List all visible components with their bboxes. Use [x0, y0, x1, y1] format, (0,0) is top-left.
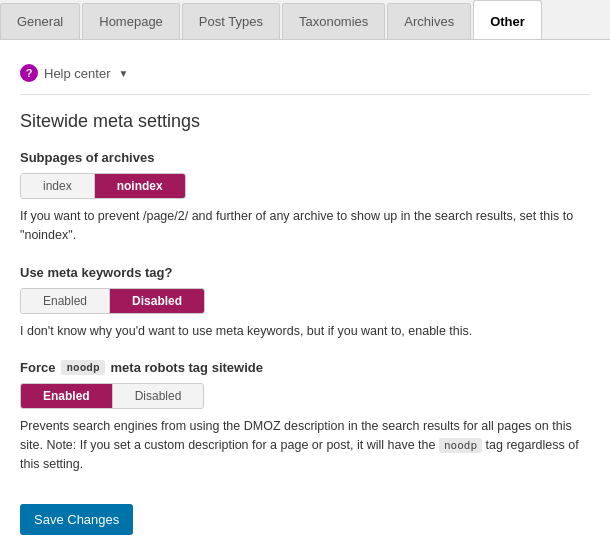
tab-archives[interactable]: Archives [387, 3, 471, 39]
page-title: Sitewide meta settings [20, 111, 590, 132]
meta-keywords-enabled-btn[interactable]: Enabled [21, 289, 110, 313]
force-noodp-label: Force noodp meta robots tag sitewide [20, 360, 590, 375]
subpages-description: If you want to prevent /page/2/ and furt… [20, 207, 590, 245]
meta-keywords-toggle-group: Enabled Disabled [20, 288, 205, 314]
tab-other[interactable]: Other [473, 0, 542, 39]
subpages-index-btn[interactable]: index [21, 174, 95, 198]
force-noodp-setting: Force noodp meta robots tag sitewide Ena… [20, 360, 590, 473]
force-noodp-prefix: Force [20, 360, 55, 375]
help-arrow-icon: ▼ [118, 68, 128, 79]
subpages-setting: Subpages of archives index noindex If yo… [20, 150, 590, 245]
subpages-label: Subpages of archives [20, 150, 590, 165]
meta-keywords-setting: Use meta keywords tag? Enabled Disabled … [20, 265, 590, 341]
save-button[interactable]: Save Changes [20, 504, 133, 535]
meta-keywords-disabled-btn[interactable]: Disabled [110, 289, 204, 313]
help-row: ? Help center ▼ [20, 56, 590, 95]
force-noodp-suffix: meta robots tag sitewide [111, 360, 263, 375]
meta-keywords-description: I don't know why you'd want to use meta … [20, 322, 590, 341]
subpages-noindex-btn[interactable]: noindex [95, 174, 185, 198]
noodp-code-tag: noodp [61, 360, 104, 375]
help-center-link[interactable]: Help center [44, 66, 110, 81]
help-icon: ? [20, 64, 38, 82]
noodp-code-tag-2: noodp [439, 438, 482, 453]
subpages-toggle-group: index noindex [20, 173, 186, 199]
force-noodp-disabled-btn[interactable]: Disabled [113, 384, 204, 408]
tab-homepage[interactable]: Homepage [82, 3, 180, 39]
meta-keywords-label: Use meta keywords tag? [20, 265, 590, 280]
tab-general[interactable]: General [0, 3, 80, 39]
force-noodp-toggle-group: Enabled Disabled [20, 383, 204, 409]
content-area: ? Help center ▼ Sitewide meta settings S… [0, 40, 610, 545]
force-noodp-description: Prevents search engines from using the D… [20, 417, 590, 473]
tab-taxonomies[interactable]: Taxonomies [282, 3, 385, 39]
tab-post-types[interactable]: Post Types [182, 3, 280, 39]
force-noodp-enabled-btn[interactable]: Enabled [21, 384, 113, 408]
tabs-bar: General Homepage Post Types Taxonomies A… [0, 0, 610, 40]
